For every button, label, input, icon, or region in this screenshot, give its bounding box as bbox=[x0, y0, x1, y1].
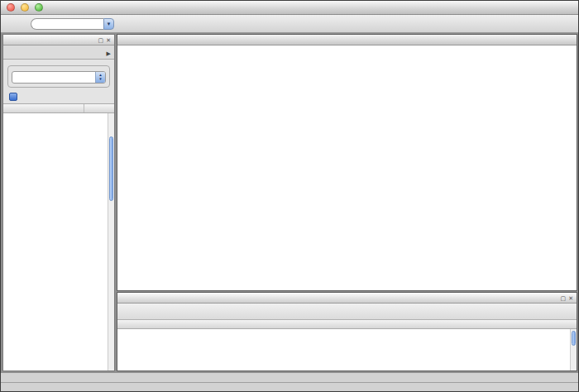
status-bar bbox=[1, 382, 578, 391]
close-button[interactable] bbox=[7, 3, 15, 12]
desktop-area: ▢ ✕ ▶ ▲▼ bbox=[1, 33, 578, 373]
close-panel-icon[interactable]: ✕ bbox=[106, 37, 111, 43]
network-tree bbox=[3, 113, 114, 370]
float-panel-icon[interactable]: ▢ bbox=[98, 37, 104, 43]
float-panel-icon[interactable]: ▢ bbox=[561, 295, 567, 301]
data-panel-header: ▢ ✕ bbox=[117, 293, 577, 304]
attribute-table bbox=[117, 320, 577, 370]
cytoscape-window: ▼ ▢ ✕ ▶ ▲▼ bbox=[0, 0, 579, 392]
control-panel-header: ▢ ✕ bbox=[3, 35, 114, 45]
network-view-title bbox=[117, 35, 577, 45]
tree-column-headers bbox=[3, 103, 114, 113]
title-bar bbox=[1, 1, 578, 15]
tree-scrollbar-thumb[interactable] bbox=[109, 136, 113, 201]
search-dropdown-icon[interactable]: ▼ bbox=[103, 18, 114, 30]
tab-overflow-icon[interactable]: ▶ bbox=[107, 50, 112, 59]
data-panel-toolbar bbox=[117, 304, 577, 320]
dropdown-arrows-icon: ▲▼ bbox=[95, 72, 105, 83]
zoom-button[interactable] bbox=[35, 3, 43, 12]
node-color-dropdown[interactable]: ▲▼ bbox=[12, 71, 106, 84]
select-nodes-checkbox[interactable] bbox=[9, 93, 17, 101]
network-canvas[interactable] bbox=[117, 45, 577, 290]
search-box: ▼ bbox=[27, 18, 114, 30]
network-view-window bbox=[117, 34, 577, 291]
control-panel: ▢ ✕ ▶ ▲▼ bbox=[2, 34, 115, 371]
table-scrollbar-thumb[interactable] bbox=[572, 331, 576, 346]
node-color-selection-group: ▲▼ bbox=[7, 65, 110, 88]
main-toolbar: ▼ bbox=[1, 15, 578, 33]
select-nodes-row bbox=[3, 89, 114, 103]
column-header-network[interactable] bbox=[3, 104, 84, 112]
window-controls bbox=[7, 3, 43, 12]
tree-scrollbar[interactable] bbox=[108, 113, 114, 370]
attribute-table-header bbox=[117, 320, 577, 329]
minimize-button[interactable] bbox=[21, 3, 29, 12]
close-panel-icon[interactable]: ✕ bbox=[568, 295, 573, 301]
data-panel: ▢ ✕ bbox=[117, 292, 577, 371]
table-scrollbar[interactable] bbox=[570, 329, 577, 370]
search-input[interactable] bbox=[31, 18, 103, 30]
control-panel-tabs: ▶ bbox=[3, 45, 114, 60]
